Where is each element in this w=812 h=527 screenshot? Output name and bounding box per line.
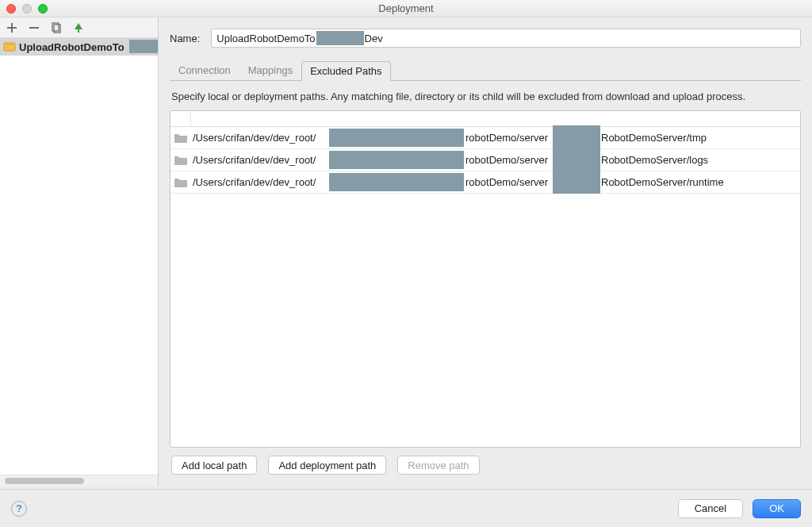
server-item-label: UploadRobotDemoTo: [19, 41, 124, 53]
scrollbar-thumb[interactable]: [5, 478, 84, 484]
name-input[interactable]: UploadRobotDemoToDev: [211, 29, 801, 48]
cancel-button[interactable]: Cancel: [678, 499, 743, 518]
name-label: Name:: [170, 33, 200, 44]
table-row[interactable]: /Users/crifan/dev/dev_root/ robotDemo/se…: [170, 149, 800, 171]
remove-server-button[interactable]: [27, 21, 41, 35]
redaction: [129, 40, 158, 53]
table-row[interactable]: /Users/crifan/dev/dev_root/ robotDemo/se…: [170, 127, 800, 149]
dialog-footer: ? Cancel OK: [0, 489, 812, 527]
excluded-paths-table: /Users/crifan/dev/dev_root/ robotDemo/se…: [170, 110, 801, 448]
tab-mappings[interactable]: Mappings: [239, 60, 301, 80]
copy-server-button[interactable]: [49, 21, 63, 35]
sidebar-scrollbar[interactable]: [0, 475, 158, 486]
folder-icon: [170, 156, 191, 165]
svg-rect-4: [4, 43, 15, 45]
window-title: Deployment: [0, 2, 812, 14]
folder-icon: [170, 178, 191, 187]
path-text: /Users/crifan/dev/dev_root/: [191, 132, 316, 144]
set-default-button[interactable]: [71, 21, 86, 35]
description-text: Specify local or deployment paths. Any m…: [170, 81, 801, 110]
tab-excluded-paths[interactable]: Excluded Paths: [301, 61, 390, 81]
redaction: [329, 151, 464, 169]
add-deployment-path-button[interactable]: Add deployment path: [268, 456, 386, 475]
help-button[interactable]: ?: [11, 501, 27, 517]
server-list: UploadRobotDemoTo: [0, 38, 158, 475]
add-local-path-button[interactable]: Add local path: [171, 456, 257, 475]
add-server-button[interactable]: [5, 21, 19, 35]
server-icon: [3, 40, 16, 53]
tabbar: Connection Mappings Excluded Paths: [170, 60, 801, 81]
redaction: [329, 173, 464, 191]
redaction: [553, 148, 600, 171]
name-value-suffix: Dev: [365, 33, 383, 44]
tab-connection[interactable]: Connection: [170, 60, 239, 80]
titlebar: Deployment: [0, 0, 812, 17]
main-panel: Name: UploadRobotDemoToDev Connection Ma…: [159, 17, 812, 486]
table-row[interactable]: /Users/crifan/dev/dev_root/ robotDemo/se…: [170, 171, 800, 194]
name-value-prefix: UploadRobotDemoTo: [216, 33, 315, 44]
redaction: [553, 125, 600, 149]
name-row: Name: UploadRobotDemoToDev: [170, 29, 801, 48]
sidebar-toolbar: [0, 17, 158, 38]
redaction: [316, 31, 364, 45]
deployment-servers-sidebar: UploadRobotDemoTo: [0, 17, 159, 486]
redaction: [329, 129, 464, 147]
server-item[interactable]: UploadRobotDemoTo: [0, 38, 158, 56]
folder-icon: [170, 133, 191, 143]
redaction: [553, 170, 600, 194]
path-text: /Users/crifan/dev/dev_root/: [191, 176, 316, 188]
svg-rect-0: [29, 27, 39, 29]
ok-button[interactable]: OK: [753, 499, 801, 518]
path-buttons-row: Add local path Add deployment path Remov…: [170, 448, 801, 486]
remove-path-button: Remove path: [397, 456, 479, 475]
path-text: /Users/crifan/dev/dev_root/: [191, 154, 316, 166]
table-header: [170, 111, 800, 127]
